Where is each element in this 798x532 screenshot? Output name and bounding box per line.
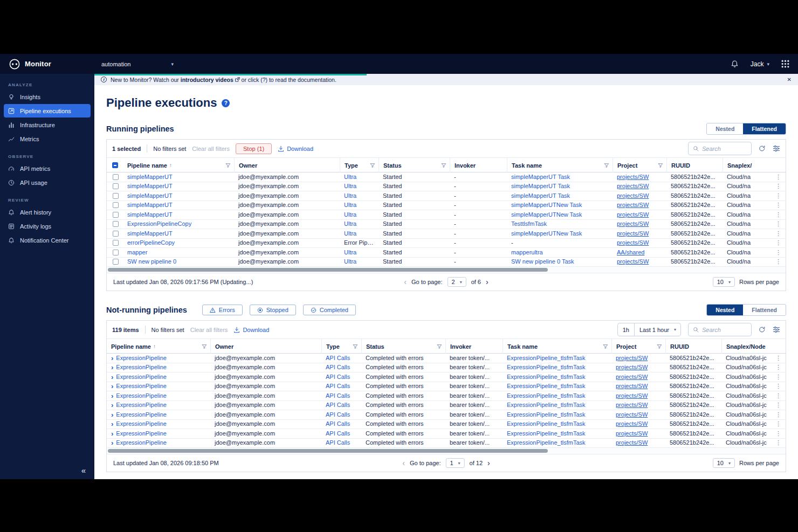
row-menu-icon[interactable]: ⋮ (772, 391, 781, 400)
column-header-name[interactable]: Pipeline name↑ (107, 339, 210, 354)
prev-page-icon[interactable]: ‹ (404, 278, 407, 286)
row-menu-icon[interactable]: ⋮ (772, 182, 781, 191)
name-cell[interactable]: ExpressionPipeline (116, 354, 167, 363)
column-header-owner[interactable]: Owner (234, 158, 340, 172)
task-cell[interactable]: simpleMapperUT Task (511, 174, 570, 180)
name-cell[interactable]: ExpressionPipeline (116, 429, 167, 438)
name-cell[interactable]: ExpressionPipeline (116, 382, 167, 391)
row-menu-icon[interactable]: ⋮ (772, 201, 781, 210)
type-cell[interactable]: Ultra (344, 220, 356, 227)
project-cell[interactable]: projects/SW (616, 392, 648, 399)
project-cell[interactable]: projects/SW (616, 383, 648, 389)
next-page-icon[interactable]: › (487, 459, 490, 467)
table-row[interactable]: ›ExpressionPipelinejdoe@myexample.comAPI… (107, 410, 786, 420)
expand-row-icon[interactable]: › (111, 364, 113, 371)
expand-row-icon[interactable]: › (111, 439, 113, 446)
row-menu-icon[interactable]: ⋮ (772, 400, 781, 410)
filter-funnel-icon[interactable] (225, 163, 231, 168)
sidebar-item-notification-center[interactable]: Notification Center (4, 233, 91, 247)
type-cell[interactable]: API Calls (326, 392, 350, 399)
filter-funnel-icon[interactable] (202, 344, 207, 349)
sidebar-collapse-icon[interactable]: « (81, 466, 86, 475)
table-settings-icon[interactable] (773, 326, 780, 333)
select-all-checkbox[interactable] (112, 162, 118, 168)
project-cell[interactable]: projects/SW (616, 374, 648, 380)
project-cell[interactable]: projects/SW (617, 183, 649, 189)
type-cell[interactable]: Ultra (344, 183, 356, 189)
notifications-bell-icon[interactable] (731, 60, 739, 68)
column-header-project[interactable]: Project (611, 339, 665, 354)
name-cell[interactable]: simpleMapperUT (127, 211, 173, 218)
filter-funnel-icon[interactable] (603, 344, 608, 349)
stopped-filter-button[interactable]: Stopped (250, 305, 296, 315)
type-cell[interactable]: Ultra (344, 192, 356, 199)
row-menu-icon[interactable]: ⋮ (772, 438, 781, 447)
row-checkbox[interactable] (113, 202, 119, 208)
filter-funnel-icon[interactable] (353, 344, 358, 349)
table-row[interactable]: mapperjdoe@myexample.comUltraStarted-map… (107, 248, 786, 258)
horizontal-scrollbar-thumb[interactable] (108, 268, 548, 272)
name-cell[interactable]: simpleMapperUT (127, 192, 173, 199)
name-cell[interactable]: ExpressionPipeline (116, 400, 167, 410)
row-checkbox[interactable] (113, 183, 119, 189)
rows-per-page-select[interactable]: 10 ▾ (713, 458, 735, 468)
org-selector-dropdown[interactable]: automation ▾ (101, 61, 174, 67)
clear-all-filters-button[interactable]: Clear all filters (190, 327, 228, 333)
project-cell[interactable]: projects/SW (617, 230, 649, 237)
table-row[interactable]: ›ExpressionPipelinejdoe@myexample.comAPI… (107, 391, 786, 401)
type-cell[interactable]: API Calls (326, 411, 350, 418)
task-cell[interactable]: ExpressionPipeline_tlsfmTask (507, 392, 586, 399)
sidebar-item-pipeline-executions[interactable]: Pipeline executions (4, 104, 91, 118)
task-cell[interactable]: simpleMapperUTNew Task (511, 202, 582, 208)
row-menu-icon[interactable]: ⋮ (772, 354, 781, 363)
task-cell[interactable]: ExpressionPipeline_tlsfmTask (507, 402, 586, 408)
row-checkbox[interactable] (113, 231, 119, 237)
row-menu-icon[interactable]: ⋮ (772, 191, 781, 201)
column-header-status[interactable]: Status (379, 158, 450, 172)
project-cell[interactable]: projects/SW (617, 258, 649, 265)
task-cell[interactable]: simpleMapperUTNew Task (511, 230, 582, 237)
rows-per-page-select[interactable]: 10 ▾ (713, 277, 735, 287)
expand-row-icon[interactable]: › (111, 420, 113, 427)
refresh-icon[interactable] (759, 145, 766, 152)
name-cell[interactable]: ExpressionPipeline (116, 391, 167, 400)
filter-funnel-icon[interactable] (370, 163, 375, 168)
project-cell[interactable]: projects/SW (617, 192, 649, 199)
table-row[interactable]: simpleMapperUTjdoe@myexample.comUltraSta… (107, 172, 786, 182)
column-header-type[interactable]: Type (340, 158, 379, 172)
name-cell[interactable]: ExpressionPipeline (116, 372, 167, 382)
nested-toggle-button[interactable]: Nested (707, 305, 743, 315)
row-menu-icon[interactable]: ⋮ (772, 248, 781, 257)
banner-close-icon[interactable]: ✕ (787, 77, 792, 82)
column-header-project[interactable]: Project (613, 158, 666, 172)
sidebar-item-metrics[interactable]: Metrics (4, 132, 91, 146)
project-cell[interactable]: projects/SW (617, 202, 649, 208)
type-cell[interactable]: API Calls (326, 430, 350, 437)
refresh-icon[interactable] (759, 326, 766, 333)
row-menu-icon[interactable]: ⋮ (772, 382, 781, 391)
project-cell[interactable]: projects/SW (616, 402, 648, 408)
row-menu-icon[interactable]: ⋮ (772, 419, 781, 429)
sidebar-item-api-usage[interactable]: API usage (4, 176, 91, 189)
column-header-name[interactable]: Pipeline name↑ (123, 158, 234, 172)
type-cell[interactable]: Ultra (344, 202, 356, 208)
type-cell[interactable]: Ultra (344, 174, 356, 180)
row-checkbox[interactable] (113, 221, 119, 227)
sidebar-item-alert-history[interactable]: Alert history (4, 205, 91, 219)
task-cell[interactable]: ExpressionPipeline_tlsfmTask (507, 364, 586, 370)
name-cell[interactable]: simpleMapperUT (127, 202, 173, 208)
table-row[interactable]: ›ExpressionPipelinejdoe@myexample.comAPI… (107, 401, 786, 411)
name-cell[interactable]: ExpressionPipelineCopy (127, 220, 191, 227)
row-checkbox[interactable] (113, 212, 119, 218)
type-cell[interactable]: API Calls (326, 383, 350, 389)
name-cell[interactable]: simpleMapperUT (127, 174, 173, 180)
table-row[interactable]: ›ExpressionPipelinejdoe@myexample.comAPI… (107, 372, 786, 382)
download-button[interactable]: Download (278, 146, 313, 152)
table-row[interactable]: ›ExpressionPipelinejdoe@myexample.comAPI… (107, 363, 786, 373)
row-menu-icon[interactable]: ⋮ (772, 172, 781, 182)
column-header-invoker[interactable]: Invoker (450, 158, 507, 172)
user-menu[interactable]: Jack ▾ (751, 60, 769, 68)
table-settings-icon[interactable] (773, 145, 780, 152)
type-cell[interactable]: API Calls (326, 402, 350, 408)
apps-grid-icon[interactable] (781, 60, 789, 68)
